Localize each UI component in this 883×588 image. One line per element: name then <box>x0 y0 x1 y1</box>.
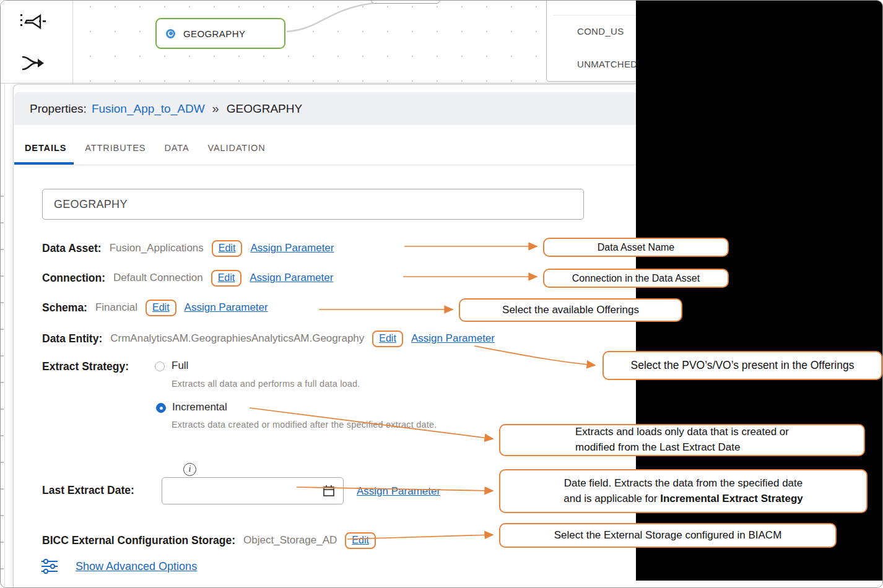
identifier-input[interactable] <box>42 189 584 220</box>
callout-date-line1: Date field. Extracts the data from the s… <box>563 476 803 491</box>
left-strip-dots <box>1 196 4 579</box>
partial-node[interactable] <box>371 0 440 4</box>
tab-attributes[interactable]: ATTRIBUTES <box>85 143 146 153</box>
info-icon[interactable]: i <box>183 463 196 476</box>
data-asset-value: Fusion_Applications <box>110 242 204 254</box>
schema-label: Schema: <box>42 301 87 314</box>
advanced-options-row: Show Advanced Options <box>41 558 197 574</box>
callout-incremental-line1: Extracts and loads only data that is cre… <box>575 425 789 440</box>
data-entity-value: CrmAnalyticsAM.GeographiesAnalyticsAM.Ge… <box>110 332 364 345</box>
callout-connection: Connection in the Data Asset <box>543 269 729 288</box>
list-item[interactable]: COND_US <box>577 26 624 37</box>
full-option-desc: Extracts all data and performs a full da… <box>172 379 360 389</box>
callout-incremental-line2: modified from the Last Extract Date <box>575 440 789 456</box>
tab-divider <box>14 165 637 165</box>
incremental-option-label: Incremental <box>172 401 227 413</box>
connection-row: Connection: Default Connection Edit Assi… <box>42 267 333 289</box>
bicc-value: Object_Storage_AD <box>243 534 337 547</box>
callout-last-extract-date: Date field. Extracts the data from the s… <box>499 469 868 513</box>
data-asset-assign-parameter-link[interactable]: Assign Parameter <box>250 242 334 254</box>
tab-details[interactable]: DETAILS <box>25 143 66 153</box>
list-item[interactable]: UNMATCHED <box>577 59 637 69</box>
geography-node[interactable]: GEOGRAPHY <box>155 18 285 49</box>
last-extract-date-input[interactable] <box>162 477 344 504</box>
show-advanced-options-link[interactable]: Show Advanced Options <box>76 560 197 573</box>
callout-date-line2: and is applicable for Incremental Extrac… <box>563 491 803 507</box>
schema-edit-button[interactable]: Edit <box>146 300 176 316</box>
data-entity-label: Data Entity: <box>42 332 102 345</box>
breadcrumb-separator: » <box>210 102 222 116</box>
data-entity-edit-button[interactable]: Edit <box>372 331 403 347</box>
callout-data-asset: Data Asset Name <box>543 238 729 257</box>
incremental-option-desc: Extracts data created or modified after … <box>172 420 437 430</box>
tab-validation[interactable]: VALIDATION <box>208 143 266 153</box>
callout-incremental: Extracts and loads only data that is cre… <box>499 424 865 456</box>
extract-strategy-label: Extract Strategy: <box>42 360 129 373</box>
properties-title: Properties: <box>30 102 87 116</box>
connection-edit-button[interactable]: Edit <box>211 270 242 287</box>
data-entity-row: Data Entity: CrmAnalyticsAM.GeographiesA… <box>42 327 495 350</box>
node-label: GEOGRAPHY <box>183 28 245 39</box>
data-asset-row: Data Asset: Fusion_Applications Edit Ass… <box>42 237 334 259</box>
canvas-border <box>1 83 636 84</box>
properties-header: Properties: Fusion_App_to_ADW » GEOGRAPH… <box>14 92 637 125</box>
sliders-icon <box>41 558 58 574</box>
full-option-label: Full <box>172 360 188 372</box>
connection-value: Default Connection <box>113 272 203 284</box>
target-operator-icon <box>166 29 175 38</box>
breadcrumb-flow-link[interactable]: Fusion_App_to_ADW <box>92 102 205 116</box>
incremental-radio[interactable] <box>156 403 166 413</box>
bicc-row: BICC External Configuration Storage: Obj… <box>42 529 376 551</box>
connection-assign-parameter-link[interactable]: Assign Parameter <box>250 272 333 284</box>
callout-bicc: Select the External Storage configured i… <box>499 523 837 548</box>
breadcrumb-node-name: GEOGRAPHY <box>227 102 302 116</box>
calendar-icon[interactable] <box>322 484 336 498</box>
data-entity-assign-parameter-link[interactable]: Assign Parameter <box>411 332 495 345</box>
tab-data[interactable]: DATA <box>164 143 189 153</box>
data-asset-label: Data Asset: <box>42 242 102 255</box>
schema-row: Schema: Financial Edit Assign Parameter <box>42 296 268 319</box>
merge-operator-icon[interactable] <box>20 52 45 74</box>
left-strip-border <box>4 84 5 588</box>
bicc-label: BICC External Configuration Storage: <box>42 534 235 547</box>
data-asset-edit-button[interactable]: Edit <box>212 240 243 257</box>
last-extract-date-label: Last Extract Date: <box>42 484 134 497</box>
full-radio[interactable] <box>155 361 165 371</box>
schema-assign-parameter-link[interactable]: Assign Parameter <box>185 301 268 314</box>
app-window: GEOGRAPHY COND_IN COND_US UNMATCHED <box>0 0 883 588</box>
filter-operator-icon[interactable] <box>18 9 48 37</box>
schema-value: Financial <box>95 301 137 314</box>
tab-bar: DETAILS ATTRIBUTES DATA VALIDATION <box>14 131 637 164</box>
date-assign-parameter-link[interactable]: Assign Parameter <box>357 485 440 498</box>
callout-schema: Select the available Offerings <box>459 298 682 322</box>
connection-label: Connection: <box>42 272 105 285</box>
callout-data-entity: Select the PVO’s/VO’s present in the Off… <box>602 351 882 380</box>
bicc-edit-button[interactable]: Edit <box>345 532 376 549</box>
operator-toolbar <box>1 1 73 84</box>
